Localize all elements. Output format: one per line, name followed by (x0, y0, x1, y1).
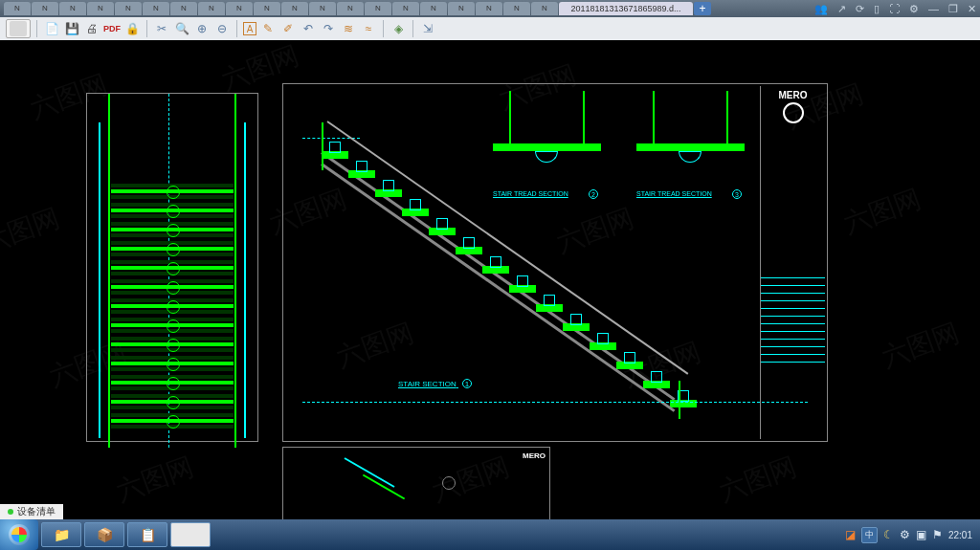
styles-button[interactable]: ◈ (390, 20, 407, 37)
export-button[interactable]: ⇲ (419, 20, 436, 37)
status-dot-icon (8, 509, 13, 515)
marker-tool[interactable]: ✐ (279, 20, 297, 37)
browser-tab[interactable]: N (143, 2, 169, 15)
zoom-fit-button[interactable]: ⊕ (193, 20, 211, 37)
detail-a-number: 2 (589, 189, 598, 199)
taskbar-item-app[interactable]: 📋 (127, 522, 167, 547)
windows-taskbar: 📁 📦 📋 ◪ 中 ☾ ⚙ ▣ ⚑ 22:01 (0, 519, 980, 550)
viewport-detail-bottom: MERO (282, 447, 550, 519)
drawing-titleblock: MERO (760, 86, 825, 439)
lock-button[interactable]: 🔒 (123, 20, 141, 37)
browser-tab[interactable]: N (170, 2, 197, 15)
browser-tab[interactable]: N (476, 2, 502, 15)
viewport-stair-plan (86, 93, 258, 442)
hatch-tool[interactable]: ≈ (360, 20, 377, 37)
redo-button[interactable]: ↷ (320, 20, 337, 37)
titleblock-logo: MERO (765, 90, 821, 125)
main-section-number: 1 (462, 379, 472, 388)
new-file-button[interactable]: 📄 (43, 20, 60, 37)
device-icon[interactable]: ▯ (874, 3, 880, 15)
pencil-tool[interactable]: ✎ (259, 20, 277, 37)
main-section-label: STAIR SECTION (398, 380, 457, 388)
minimize-icon[interactable]: — (928, 3, 939, 14)
print-button[interactable]: 🖨 (83, 20, 100, 37)
browser-tab[interactable]: N (59, 2, 86, 15)
fullscreen-icon[interactable]: ⛶ (889, 3, 900, 14)
detail-tread-section-b: STAIR TREAD SECTION 3 (631, 90, 750, 200)
tray-display-icon[interactable]: ▣ (916, 528, 926, 541)
zoom-in-button[interactable]: 🔍 (173, 20, 190, 37)
ime-indicator[interactable]: 中 (861, 527, 878, 543)
browser-tab[interactable]: N (448, 2, 475, 15)
detail-b-label: STAIR TREAD SECTION (636, 190, 712, 197)
browser-tab[interactable]: N (198, 2, 225, 15)
save-button[interactable]: 💾 (63, 20, 80, 37)
moon-icon[interactable]: ☾ (883, 528, 894, 541)
undo-button[interactable]: ↶ (300, 20, 317, 37)
browser-tab-active[interactable]: 20118181313671865989.d... (559, 2, 693, 15)
browser-tab[interactable]: N (531, 2, 558, 15)
browser-tab[interactable]: N (226, 2, 253, 15)
select-tool[interactable]: ✂ (153, 20, 170, 37)
tab-strip: N N N N N N N N N N N N N N N N N N N N … (4, 2, 814, 15)
browser-tab[interactable]: N (503, 2, 530, 15)
browser-tab[interactable]: N (337, 2, 364, 15)
clock[interactable]: 22:01 (948, 530, 972, 540)
taskbar-item-app[interactable]: 📦 (84, 522, 124, 547)
detail-tread-section-a: STAIR TREAD SECTION 2 (487, 90, 607, 200)
system-tray: ◪ 中 ☾ ⚙ ▣ ⚑ 22:01 (837, 527, 980, 543)
canvas-status-bar: 设备清单 (0, 504, 63, 519)
detail-b-number: 3 (732, 189, 742, 199)
browser-tab[interactable]: N (309, 2, 336, 15)
browser-tab[interactable]: N (392, 2, 419, 15)
detail-a-label: STAIR TREAD SECTION (493, 190, 568, 197)
viewport-stair-section: STAIR SECTION 1 STAIR TREAD SECTION 2 ST… (282, 83, 828, 442)
user-avatar[interactable] (6, 19, 31, 38)
drawing-canvas[interactable]: 六图网 六图网 六图网 六图网 六图网 六图网 六图网 六图网 六图网 六图网 … (0, 40, 980, 519)
taskbar-item-explorer[interactable]: 📁 (41, 522, 81, 547)
browser-tab[interactable]: N (87, 2, 114, 15)
status-label: 设备清单 (17, 505, 56, 518)
taskbar-item-app[interactable] (170, 522, 211, 547)
tray-flag-icon[interactable]: ⚑ (932, 528, 943, 541)
settings-icon[interactable]: ⚙ (909, 3, 919, 15)
sync-icon[interactable]: ⟳ (856, 3, 864, 15)
text-tool[interactable]: A (243, 22, 256, 35)
browser-tab[interactable]: N (4, 2, 31, 15)
app-toolbar: 📄 💾 🖨 PDF 🔒 ✂ 🔍 ⊕ ⊖ A ✎ ✐ ↶ ↷ ≋ ≈ ◈ ⇲ (0, 17, 980, 40)
tray-settings-icon[interactable]: ⚙ (900, 528, 910, 541)
share-icon[interactable]: ↗ (837, 3, 846, 15)
start-button[interactable] (0, 519, 38, 550)
restore-icon[interactable]: ❐ (948, 3, 958, 15)
layer-tool[interactable]: ≋ (340, 20, 357, 37)
browser-tab[interactable]: N (115, 2, 142, 15)
close-icon[interactable]: ✕ (968, 3, 976, 15)
title-right-controls: 👥 ↗ ⟳ ▯ ⛶ ⚙ — ❐ ✕ (814, 3, 976, 15)
title-bar: N N N N N N N N N N N N N N N N N N N N … (0, 0, 980, 17)
browser-tab[interactable]: N (420, 2, 447, 15)
windows-orb-icon (9, 524, 30, 545)
pdf-button[interactable]: PDF (103, 20, 121, 37)
tray-icon[interactable]: ◪ (845, 528, 856, 541)
new-tab-button[interactable]: + (694, 2, 711, 15)
zoom-out-button[interactable]: ⊖ (213, 20, 231, 37)
browser-tab[interactable]: N (254, 2, 280, 15)
browser-tab[interactable]: N (365, 2, 391, 15)
people-icon[interactable]: 👥 (814, 3, 828, 15)
browser-tab[interactable]: N (32, 2, 58, 15)
browser-tab[interactable]: N (281, 2, 308, 15)
